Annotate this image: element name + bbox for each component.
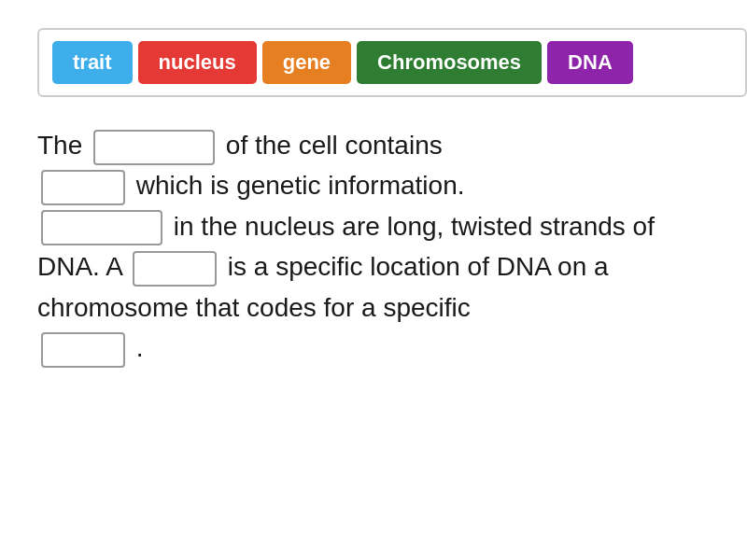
tile-nucleus[interactable]: nucleus [138, 41, 257, 84]
blank-1[interactable] [93, 130, 215, 165]
passage-text: The of the cell contains which is geneti… [37, 125, 710, 368]
tile-gene[interactable]: gene [262, 41, 351, 84]
passage-line4-end: . [136, 333, 144, 362]
tile-chromosomes[interactable]: Chromosomes [357, 41, 542, 84]
page-container: trait nucleus gene Chromosomes DNA The o… [0, 0, 747, 396]
passage-line3-end: is a specific location of DNA on a chrom… [37, 252, 609, 321]
blank-2[interactable] [41, 170, 125, 205]
tile-dna[interactable]: DNA [547, 41, 633, 84]
passage-line1-post: of the cell contains [226, 131, 443, 160]
passage-line2-post: which is genetic information. [136, 171, 465, 200]
blank-5[interactable] [41, 332, 125, 368]
word-bank: trait nucleus gene Chromosomes DNA [37, 28, 747, 97]
tile-trait[interactable]: trait [52, 41, 133, 84]
blank-4[interactable] [133, 251, 217, 287]
blank-3[interactable] [41, 210, 162, 245]
passage-line1-pre: The [37, 131, 82, 160]
